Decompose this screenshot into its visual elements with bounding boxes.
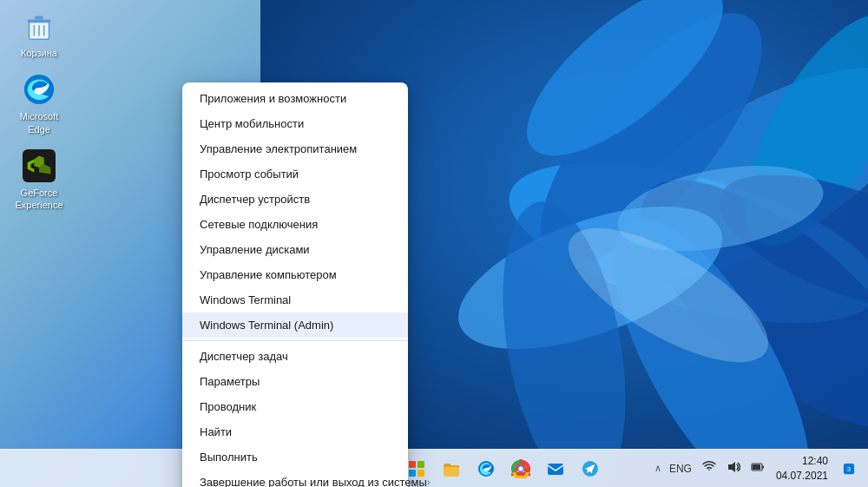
taskbar-mail-button[interactable] [540, 453, 571, 484]
svg-rect-33 [418, 461, 424, 468]
taskbar-chrome-button[interactable] [505, 453, 536, 484]
menu-item-event-viewer[interactable]: Просмотр событий [182, 161, 408, 187]
menu-item-settings[interactable]: Параметры [182, 369, 408, 394]
context-menu: Приложения и возможности Центр мобильнос… [182, 82, 408, 487]
telegram-icon [581, 459, 600, 478]
menu-item-power-options[interactable]: Управление электропитанием [182, 136, 408, 161]
notification-icon: 3 [843, 463, 855, 475]
nvidia-desktop-label: GeForceExperience [15, 187, 62, 212]
notification-button[interactable]: 3 [837, 457, 861, 481]
menu-item-run[interactable]: Выполнить [182, 444, 408, 470]
menu-item-mobility-center[interactable]: Центр мобильности [182, 111, 408, 136]
desktop-icons-container: Корзина Microsoft Edge [9, 9, 69, 211]
edge-desktop-label: Microsoft Edge [9, 110, 69, 135]
recycle-bin-label: Корзина [21, 47, 57, 59]
taskbar: ∧ ENG [0, 449, 868, 487]
taskbar-edge-button[interactable] [470, 453, 502, 484]
system-clock[interactable]: 12:40 04.07.2021 [773, 454, 832, 484]
menu-item-apps-features[interactable]: Приложения и возможности [182, 86, 408, 111]
svg-marker-46 [728, 462, 735, 472]
tray-battery-icon[interactable] [748, 458, 767, 478]
svg-rect-49 [762, 466, 764, 469]
svg-text:3: 3 [847, 464, 852, 472]
volume-icon [727, 460, 740, 474]
tray-language-indicator[interactable]: ENG [667, 461, 694, 477]
file-explorer-icon [442, 459, 461, 478]
taskbar-telegram-button[interactable] [575, 453, 606, 484]
svg-rect-44 [548, 464, 563, 475]
file-explorer-button[interactable] [436, 453, 467, 484]
wifi-signal-icon [702, 460, 716, 474]
menu-item-network-connections[interactable]: Сетевые подключения [182, 212, 408, 237]
svg-rect-15 [35, 16, 43, 20]
shutdown-arrow-icon: › [427, 477, 430, 487]
nvidia-image [22, 148, 56, 183]
battery-icon [751, 460, 765, 474]
desktop: Корзина Microsoft Edge [0, 0, 868, 487]
menu-item-windows-terminal[interactable]: Windows Terminal [182, 287, 408, 313]
svg-rect-48 [753, 464, 760, 470]
menu-item-shutdown[interactable]: Завершение работы или выход из системы › [182, 470, 408, 487]
menu-item-explorer[interactable]: Проводник [182, 394, 408, 419]
edge-desktop-icon[interactable]: Microsoft Edge [9, 72, 69, 135]
menu-item-windows-terminal-admin[interactable]: Windows Terminal (Admin) [182, 313, 408, 338]
svg-rect-32 [409, 461, 416, 468]
svg-rect-14 [28, 19, 51, 23]
menu-separator-1 [182, 340, 408, 341]
menu-item-search[interactable]: Найти [182, 419, 408, 444]
edge-icon [477, 459, 496, 478]
recycle-bin-icon[interactable]: Корзина [9, 9, 69, 59]
clock-date: 04.07.2021 [776, 469, 828, 484]
recycle-bin-image [22, 9, 56, 43]
tray-overflow-arrow[interactable]: ∧ [654, 463, 661, 474]
edge-image [22, 72, 56, 107]
clock-time: 12:40 [776, 454, 828, 469]
menu-item-task-manager[interactable]: Диспетчер задач [182, 344, 408, 369]
menu-item-computer-management[interactable]: Управление компьютером [182, 262, 408, 287]
mail-icon [546, 459, 565, 478]
menu-item-device-manager[interactable]: Диспетчер устройств [182, 187, 408, 212]
nvidia-desktop-icon[interactable]: GeForceExperience [9, 148, 69, 212]
menu-item-disk-management[interactable]: Управление дисками [182, 237, 408, 262]
tray-volume-icon[interactable] [724, 458, 743, 478]
taskbar-system-tray: ∧ ENG [654, 454, 861, 484]
svg-point-43 [519, 466, 523, 471]
tray-wifi-icon[interactable] [700, 458, 719, 478]
chrome-icon [511, 459, 530, 478]
